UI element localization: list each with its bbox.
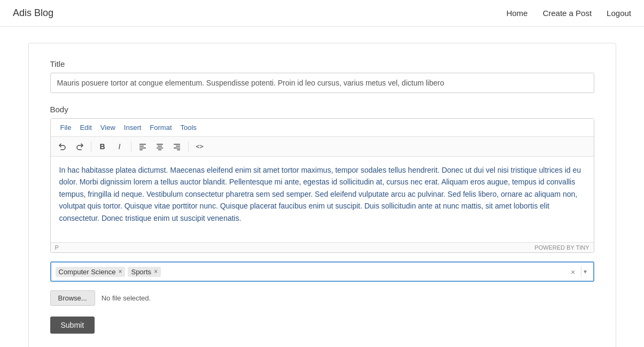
separator-3 <box>188 141 189 152</box>
nav-logout[interactable]: Logout <box>607 9 631 18</box>
menu-format[interactable]: Format <box>145 122 176 133</box>
nav-create[interactable]: Create a Post <box>542 9 592 18</box>
tag-sports: Sports × <box>128 267 161 277</box>
nav-links: Home Create a Post Logout <box>506 9 631 18</box>
submit-button[interactable]: Submit <box>50 317 95 334</box>
tag-cs-remove[interactable]: × <box>118 268 122 275</box>
title-input[interactable] <box>50 73 594 93</box>
menu-file[interactable]: File <box>56 122 76 133</box>
tags-input[interactable] <box>164 267 567 277</box>
tag-computer-science: Computer Science × <box>56 267 126 277</box>
editor-menubar: File Edit View Insert Format Tools <box>51 119 594 137</box>
tag-cs-label: Computer Science <box>59 268 116 276</box>
menu-view[interactable]: View <box>96 122 120 133</box>
svg-rect-5 <box>158 146 162 147</box>
editor-wrapper: File Edit View Insert Format Tools B I <box>50 118 594 253</box>
tags-container: Computer Science × Sports × <box>56 267 567 277</box>
svg-rect-6 <box>157 148 163 149</box>
menu-edit[interactable]: Edit <box>75 122 96 133</box>
italic-button[interactable]: I <box>112 140 127 153</box>
svg-rect-4 <box>157 144 163 145</box>
align-right-button[interactable] <box>169 140 184 153</box>
navbar: Adis Blog Home Create a Post Logout <box>0 0 644 27</box>
code-button[interactable]: <> <box>192 140 207 153</box>
tags-clear-button[interactable]: × <box>569 267 578 276</box>
align-left-button[interactable] <box>135 140 150 153</box>
editor-paragraph-indicator: P <box>55 244 59 251</box>
svg-rect-1 <box>139 146 144 147</box>
tags-actions: × ▾ <box>569 266 589 277</box>
separator-1 <box>91 141 91 152</box>
svg-rect-9 <box>176 146 180 147</box>
svg-rect-8 <box>174 144 180 145</box>
brand-title: Adis Blog <box>13 7 53 19</box>
editor-toolbar: B I <> <box>51 137 594 157</box>
body-label: Body <box>50 105 594 114</box>
svg-rect-0 <box>139 144 146 145</box>
file-status: No file selected. <box>102 294 151 302</box>
nav-home[interactable]: Home <box>506 9 527 18</box>
editor-statusbar: P POWERED BY TINY <box>51 242 594 252</box>
file-row: Browse... No file selected. <box>50 290 594 306</box>
svg-rect-10 <box>174 148 180 149</box>
svg-rect-2 <box>139 148 146 149</box>
undo-button[interactable] <box>55 140 70 153</box>
svg-rect-3 <box>139 150 143 151</box>
tag-sports-remove[interactable]: × <box>154 268 158 275</box>
bold-button[interactable]: B <box>95 140 110 153</box>
tags-select[interactable]: Computer Science × Sports × × ▾ <box>50 261 594 282</box>
editor-content[interactable]: In hac habitasse platea dictumst. Maecen… <box>51 157 594 242</box>
title-label: Title <box>50 59 594 68</box>
align-center-button[interactable] <box>152 140 167 153</box>
menu-tools[interactable]: Tools <box>176 122 201 133</box>
form-container: Title Body File Edit View Insert Format … <box>28 43 616 347</box>
separator-2 <box>131 141 131 152</box>
redo-button[interactable] <box>72 140 87 153</box>
svg-rect-11 <box>177 150 180 151</box>
menu-insert[interactable]: Insert <box>120 122 146 133</box>
editor-powered-by: POWERED BY TINY <box>534 244 589 251</box>
tag-sports-label: Sports <box>131 268 151 276</box>
svg-rect-7 <box>158 150 161 151</box>
browse-button[interactable]: Browse... <box>50 290 95 306</box>
tags-dropdown-button[interactable]: ▾ <box>581 266 589 277</box>
